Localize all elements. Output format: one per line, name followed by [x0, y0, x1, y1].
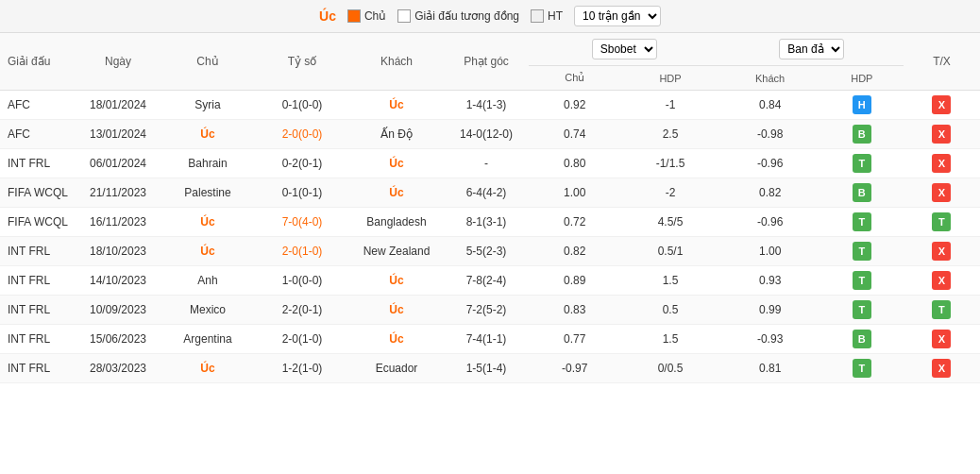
- cell-badge1: B: [820, 178, 904, 208]
- cell-giaidau: INT FRL: [0, 266, 76, 296]
- table-row: INT FRL 06/01/2024 Bahrain 0-2(0-1) Úc -…: [0, 149, 980, 178]
- cell-ngay: 21/11/2023: [76, 178, 161, 208]
- cell-sbobet-hdp: 1.5: [621, 266, 720, 296]
- banda-dropdown[interactable]: Ban đả: [779, 39, 844, 59]
- cell-badge1: T: [820, 237, 904, 266]
- legend-giaidau-box: [397, 9, 411, 23]
- col-sbobet-hdp: HDP: [621, 66, 720, 91]
- cell-giaidau: FIFA WCQL: [0, 208, 76, 237]
- cell-sbobet-hdp: 0.5: [621, 296, 720, 325]
- cell-ngay: 06/01/2024: [76, 149, 161, 178]
- cell-badge1: T: [820, 296, 904, 325]
- col-tx: T/X: [904, 33, 980, 91]
- cell-banda-khach: 0.84: [720, 91, 820, 120]
- cell-sbobet-hdp: -2: [621, 178, 720, 208]
- cell-badge2: T: [904, 208, 980, 237]
- table-row: AFC 13/01/2024 Úc 2-0(0-0) Ấn Độ 14-0(12…: [0, 120, 980, 149]
- cell-sbobet-chu: 0.77: [529, 325, 621, 354]
- col-banda-hdp: HDP: [820, 66, 904, 91]
- cell-ngay: 18/10/2023: [76, 237, 161, 266]
- sbobet-header-group: Sbobet: [529, 33, 720, 66]
- cell-phatgoc: 1-5(1-4): [444, 354, 529, 383]
- recent-dropdown[interactable]: 10 trận gần 6 trận gần All: [574, 6, 661, 26]
- cell-sbobet-chu: 1.00: [529, 178, 621, 208]
- cell-sbobet-hdp: 2.5: [621, 120, 720, 149]
- cell-phatgoc: 7-4(1-1): [444, 325, 529, 354]
- table-row: INT FRL 28/03/2023 Úc 1-2(1-0) Ecuador 1…: [0, 354, 980, 383]
- cell-badge2: T: [904, 296, 980, 325]
- table-row: INT FRL 10/09/2023 Mexico 2-2(0-1) Úc 7-…: [0, 296, 980, 325]
- cell-sbobet-chu: 0.83: [529, 296, 621, 325]
- legend-giaidau-label: Giải đấu tương đồng: [414, 9, 519, 23]
- legend-chu-label: Chủ: [364, 9, 386, 23]
- cell-banda-khach: 0.82: [720, 178, 820, 208]
- cell-tyso: 2-0(1-0): [255, 325, 349, 354]
- cell-phatgoc: 6-4(4-2): [444, 178, 529, 208]
- cell-sbobet-hdp: 0.5/1: [621, 237, 720, 266]
- header-row-1: Giải đấu Ngày Chủ Tỷ số Khách Phạt góc S…: [0, 33, 980, 66]
- cell-chu: Mexico: [161, 296, 255, 325]
- cell-giaidau: INT FRL: [0, 237, 76, 266]
- cell-phatgoc: 14-0(12-0): [444, 120, 529, 149]
- legend-chu-box: [347, 9, 361, 23]
- legend-ht: HT: [531, 9, 563, 23]
- cell-khach: Úc: [349, 325, 444, 354]
- cell-sbobet-hdp: -1: [621, 91, 720, 120]
- col-ngay: Ngày: [76, 33, 161, 91]
- cell-tyso: 1-2(1-0): [255, 354, 349, 383]
- cell-ngay: 18/01/2024: [76, 91, 161, 120]
- cell-badge2: X: [904, 325, 980, 354]
- cell-tyso: 0-1(0-0): [255, 91, 349, 120]
- cell-chu: Úc: [161, 237, 255, 266]
- cell-chu: Palestine: [161, 178, 255, 208]
- cell-chu: Úc: [161, 120, 255, 149]
- cell-banda-khach: 0.99: [720, 296, 820, 325]
- cell-khach: Ấn Độ: [349, 120, 444, 149]
- cell-badge2: X: [904, 120, 980, 149]
- cell-sbobet-chu: 0.89: [529, 266, 621, 296]
- cell-khach: Ecuador: [349, 354, 444, 383]
- cell-badge1: B: [820, 325, 904, 354]
- top-bar: Úc Chủ Giải đấu tương đồng HT 10 trận gầ…: [0, 0, 980, 33]
- col-sbobet-chu: Chủ: [529, 66, 621, 91]
- cell-khach: Úc: [349, 266, 444, 296]
- cell-badge2: X: [904, 237, 980, 266]
- cell-badge1: T: [820, 149, 904, 178]
- main-table-container: Giải đấu Ngày Chủ Tỷ số Khách Phạt góc S…: [0, 33, 980, 383]
- cell-chu: Syria: [161, 91, 255, 120]
- cell-badge2: X: [904, 149, 980, 178]
- cell-phatgoc: 1-4(1-3): [444, 91, 529, 120]
- cell-giaidau: INT FRL: [0, 149, 76, 178]
- cell-ngay: 14/10/2023: [76, 266, 161, 296]
- cell-phatgoc: -: [444, 149, 529, 178]
- cell-badge1: T: [820, 266, 904, 296]
- cell-ngay: 15/06/2023: [76, 325, 161, 354]
- table-row: AFC 18/01/2024 Syria 0-1(0-0) Úc 1-4(1-3…: [0, 91, 980, 120]
- cell-phatgoc: 5-5(2-3): [444, 237, 529, 266]
- sbobet-dropdown[interactable]: Sbobet: [592, 39, 657, 59]
- cell-badge1: T: [820, 354, 904, 383]
- cell-chu: Anh: [161, 266, 255, 296]
- col-banda-khach: Khách: [720, 66, 820, 91]
- cell-giaidau: AFC: [0, 91, 76, 120]
- cell-tyso: 2-0(1-0): [255, 237, 349, 266]
- cell-ngay: 16/11/2023: [76, 208, 161, 237]
- cell-sbobet-hdp: 1.5: [621, 325, 720, 354]
- cell-banda-khach: -0.93: [720, 325, 820, 354]
- cell-ngay: 28/03/2023: [76, 354, 161, 383]
- col-tyso: Tỷ số: [255, 33, 349, 91]
- cell-sbobet-chu: -0.97: [529, 354, 621, 383]
- cell-khach: Bangladesh: [349, 208, 444, 237]
- cell-banda-khach: 0.81: [720, 354, 820, 383]
- table-row: FIFA WCQL 16/11/2023 Úc 7-0(4-0) Banglad…: [0, 208, 980, 237]
- team-title: Úc: [319, 8, 336, 24]
- cell-ngay: 13/01/2024: [76, 120, 161, 149]
- legend-chu: Chủ: [347, 9, 386, 23]
- cell-chu: Úc: [161, 354, 255, 383]
- banda-header-group: Ban đả: [720, 33, 904, 66]
- cell-banda-khach: -0.96: [720, 149, 820, 178]
- cell-tyso: 7-0(4-0): [255, 208, 349, 237]
- cell-badge1: T: [820, 208, 904, 237]
- cell-sbobet-chu: 0.74: [529, 120, 621, 149]
- matches-table: Giải đấu Ngày Chủ Tỷ số Khách Phạt góc S…: [0, 33, 980, 383]
